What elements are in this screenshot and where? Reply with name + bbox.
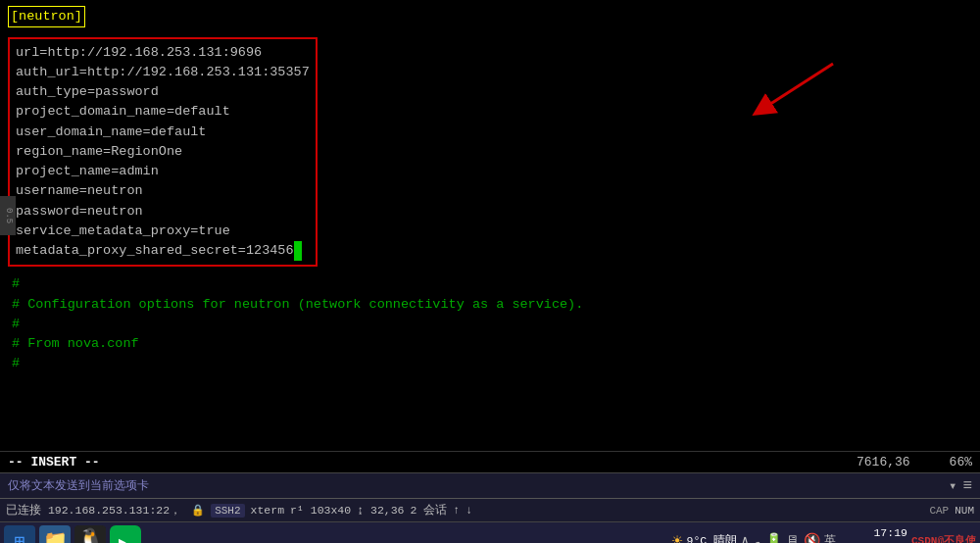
comment-line-4: # From nova.conf bbox=[12, 334, 972, 354]
config-line-10: service_metadata_proxy=true bbox=[16, 222, 310, 241]
folder-button[interactable]: 📁 bbox=[39, 525, 71, 544]
config-line-9: password=neutron bbox=[16, 202, 310, 222]
monitor-icon: 🖥 bbox=[786, 533, 800, 544]
config-line-6: region_name=RegionOne bbox=[16, 142, 310, 162]
terminal-button[interactable]: ▶ bbox=[110, 525, 141, 544]
cursor-position: 7616,36 bbox=[857, 455, 910, 469]
taskbar: ⊞ 📁 🐧 ▶ ☀ 9°C 晴朗 ∧ ☁ 🔋 🖥 🔇 英 17:19 2021/… bbox=[0, 521, 980, 543]
lock-icon: 🔒 bbox=[191, 504, 205, 517]
weather-text: 9°C 晴朗 bbox=[686, 533, 737, 543]
scroll-percent: 66% bbox=[950, 455, 972, 469]
config-line-11: metadata_proxy_shared_secret=123456 bbox=[16, 241, 310, 261]
comment-line-5: # bbox=[12, 354, 972, 373]
config-block: url=http://192.168.253.131:9696 auth_url… bbox=[8, 37, 318, 268]
scroll-indicator: 0.5 bbox=[0, 196, 16, 235]
chevron-up-icon[interactable]: ∧ bbox=[741, 532, 749, 543]
language-label[interactable]: 英 bbox=[824, 532, 836, 543]
cloud-icon: ☁ bbox=[754, 532, 761, 543]
volume-icon: 🔇 bbox=[804, 532, 820, 543]
ssh-badge: SSH2 bbox=[211, 504, 244, 518]
comment-line-2: # Configuration options for neutron (net… bbox=[12, 295, 972, 315]
svg-text:▶: ▶ bbox=[119, 534, 126, 544]
battery-icon: 🔋 bbox=[765, 532, 782, 543]
config-line-4: project_domain_name=default bbox=[16, 102, 310, 122]
config-line-7: project_name=admin bbox=[16, 162, 310, 181]
insert-mode-label: -- INSERT -- bbox=[8, 455, 857, 469]
config-line-5: user_domain_name=default bbox=[16, 123, 310, 142]
input-bar[interactable]: 仅将文本发送到当前选项卡 ▾ ≡ bbox=[0, 472, 980, 498]
start-button[interactable]: ⊞ bbox=[4, 525, 35, 544]
comment-line-3: # bbox=[12, 315, 972, 334]
num-badge: NUM bbox=[955, 505, 974, 517]
config-line-2: auth_url=http://192.168.253.131:35357 bbox=[16, 63, 310, 82]
down-arrow-icon: ↓ bbox=[466, 504, 472, 517]
terminal-area: [neutron] url=http://192.168.253.131:969… bbox=[0, 0, 980, 451]
svg-line-1 bbox=[764, 64, 833, 108]
up-arrow-icon: ↑ bbox=[453, 504, 460, 517]
config-line-1: url=http://192.168.253.131:9696 bbox=[16, 43, 310, 63]
input-placeholder: 仅将文本发送到当前选项卡 bbox=[8, 477, 941, 494]
xterm-label: xterm bbox=[251, 504, 285, 517]
connection-status: 已连接 192.168.253.131:22， bbox=[6, 503, 181, 518]
scroll-pos: ↨ 32,36 bbox=[357, 504, 404, 517]
dropdown-arrow-icon[interactable]: ▾ bbox=[949, 477, 956, 494]
cap-badge: CAP bbox=[929, 505, 949, 517]
csdn-label: CSDN@不良使 bbox=[911, 533, 976, 543]
arrow-annotation bbox=[735, 54, 853, 139]
config-line-8: username=neutron bbox=[16, 181, 310, 201]
cursor bbox=[294, 241, 302, 261]
clock: 17:19 2021/12/13 bbox=[840, 526, 907, 543]
size-label: r¹ 103x40 bbox=[290, 504, 351, 517]
penguin-button[interactable]: 🐧 bbox=[74, 525, 106, 544]
menu-icon[interactable]: ≡ bbox=[962, 477, 972, 495]
weather-icon: ☀ bbox=[672, 530, 683, 544]
system-statusbar: 已连接 192.168.253.131:22， 🔒 SSH2 xterm r¹ … bbox=[0, 498, 980, 521]
time-display: 17:19 bbox=[840, 526, 907, 541]
comment-section: # # Configuration options for neutron (n… bbox=[8, 274, 972, 373]
neutron-label: [neutron] bbox=[8, 6, 85, 27]
vim-statusbar: -- INSERT -- 7616,36 66% bbox=[0, 451, 980, 472]
taskbar-right: ☀ 9°C 晴朗 ∧ ☁ 🔋 🖥 🔇 英 17:19 2021/12/13 CS… bbox=[672, 526, 976, 543]
comment-line-1: # bbox=[12, 274, 972, 294]
config-line-3: auth_type=password bbox=[16, 82, 310, 102]
sessions-label: 2 会话 bbox=[411, 503, 448, 518]
